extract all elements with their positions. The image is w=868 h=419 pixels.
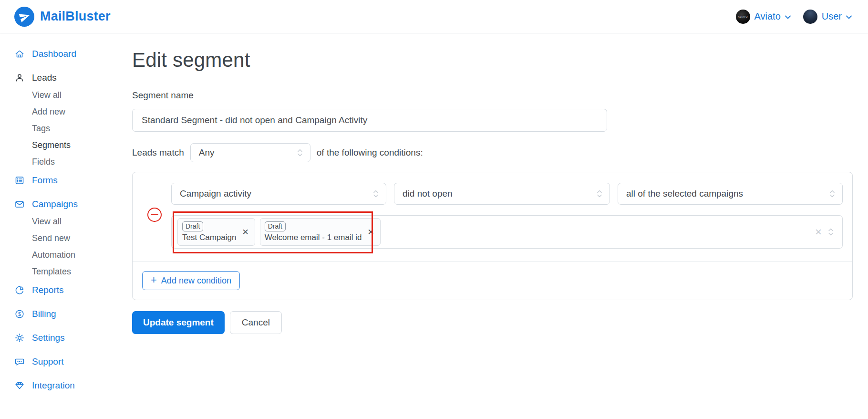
campaign-status-badge: Draft bbox=[182, 221, 203, 232]
user-menu[interactable]: User bbox=[803, 10, 852, 24]
sidebar-item-dashboard[interactable]: Dashboard bbox=[14, 48, 132, 60]
add-condition-button[interactable]: + Add new condition bbox=[142, 271, 240, 290]
sidebar-item-campaigns-view-all[interactable]: View all bbox=[32, 216, 132, 227]
plus-icon: + bbox=[151, 274, 157, 286]
sidebar-item-fields[interactable]: Fields bbox=[32, 156, 132, 168]
sidebar-item-forms[interactable]: Forms bbox=[14, 174, 132, 187]
envelope-icon bbox=[14, 199, 25, 210]
remove-chip-icon[interactable]: ✕ bbox=[366, 227, 375, 237]
sidebar-item-billing[interactable]: $ Billing bbox=[14, 308, 132, 320]
form-list-icon bbox=[14, 175, 25, 186]
condition-field-select[interactable]: Campaign activity bbox=[171, 183, 386, 205]
user-avatar bbox=[803, 10, 817, 24]
main-content: Edit segment Segment name Leads match An… bbox=[132, 33, 868, 334]
account-menu-label: Aviato bbox=[754, 11, 781, 22]
remove-chip-icon[interactable]: ✕ bbox=[241, 227, 249, 237]
selected-campaign-chip: Draft Test Campaign ✕ bbox=[177, 218, 255, 246]
match-type-select[interactable]: Any bbox=[190, 143, 310, 162]
select-updown-icon bbox=[829, 189, 836, 199]
conditions-card: Campaign activity did not open all of th… bbox=[132, 172, 853, 300]
clear-all-icon[interactable]: × bbox=[815, 226, 822, 238]
form-actions: Update segment Cancel bbox=[132, 311, 853, 334]
campaign-name: Welcome email - 1 email id bbox=[265, 233, 362, 242]
aviato-avatar: AVIATO bbox=[736, 10, 750, 24]
sidebar-item-reports[interactable]: Reports bbox=[14, 284, 132, 296]
minus-circle-icon bbox=[147, 207, 162, 222]
brand-name: MailBluster bbox=[40, 9, 111, 24]
sidebar-item-send-new[interactable]: Send new bbox=[32, 232, 132, 244]
account-menu[interactable]: AVIATO Aviato bbox=[736, 10, 791, 24]
sidebar-item-templates[interactable]: Templates bbox=[32, 266, 132, 277]
campaign-name: Test Campaign bbox=[182, 233, 236, 242]
selected-campaign-chip: Draft Welcome email - 1 email id ✕ bbox=[260, 218, 381, 246]
segment-name-input[interactable] bbox=[132, 109, 607, 132]
select-updown-icon bbox=[297, 147, 303, 158]
dropdown-updown-icon[interactable] bbox=[827, 227, 834, 237]
remove-condition-button[interactable] bbox=[147, 207, 162, 222]
campaigns-multiselect[interactable]: Draft Test Campaign ✕ Draft Welcome emai… bbox=[171, 215, 843, 249]
sidebar: Dashboard Leads View all Add new Tags Se… bbox=[0, 33, 132, 419]
gem-icon bbox=[14, 380, 25, 391]
sidebar-item-tags[interactable]: Tags bbox=[32, 123, 132, 134]
sidebar-item-settings[interactable]: Settings bbox=[14, 332, 132, 344]
select-updown-icon bbox=[596, 189, 603, 199]
sidebar-item-leads[interactable]: Leads bbox=[14, 72, 132, 84]
chat-bubble-icon bbox=[14, 356, 25, 367]
match-row: Leads match Any of the following conditi… bbox=[132, 143, 853, 162]
home-icon bbox=[14, 49, 25, 59]
gear-icon bbox=[14, 333, 25, 343]
conditions-card-footer: + Add new condition bbox=[133, 261, 852, 300]
select-updown-icon bbox=[372, 189, 379, 199]
chevron-down-icon bbox=[785, 15, 791, 19]
conditions-suffix-label: of the following conditions: bbox=[317, 147, 423, 158]
condition-operator-select[interactable]: did not open bbox=[394, 183, 610, 205]
user-menu-label: User bbox=[822, 11, 842, 22]
chevron-down-icon bbox=[846, 15, 852, 19]
sidebar-item-leads-view-all[interactable]: View all bbox=[32, 89, 132, 101]
pie-chart-icon bbox=[14, 285, 25, 295]
condition-selects-row: Campaign activity did not open all of th… bbox=[171, 183, 843, 205]
brand[interactable]: MailBluster bbox=[14, 7, 111, 27]
svg-text:$: $ bbox=[18, 311, 21, 317]
sidebar-item-automation[interactable]: Automation bbox=[32, 249, 132, 261]
sidebar-item-segments[interactable]: Segments bbox=[32, 139, 132, 151]
page-title: Edit segment bbox=[132, 49, 853, 72]
sidebar-item-campaigns[interactable]: Campaigns bbox=[14, 198, 132, 210]
sidebar-item-support[interactable]: Support bbox=[14, 356, 132, 368]
paper-plane-logo-icon bbox=[14, 7, 34, 27]
cancel-button[interactable]: Cancel bbox=[230, 311, 282, 334]
leads-match-label: Leads match bbox=[132, 147, 184, 158]
campaign-status-badge: Draft bbox=[265, 221, 286, 232]
dollar-circle-icon: $ bbox=[14, 309, 25, 319]
sidebar-item-integration[interactable]: Integration bbox=[14, 379, 132, 392]
update-segment-button[interactable]: Update segment bbox=[132, 311, 225, 334]
top-navbar: MailBluster AVIATO Aviato User bbox=[0, 0, 868, 33]
sidebar-item-leads-add-new[interactable]: Add new bbox=[32, 106, 132, 117]
condition-scope-select[interactable]: all of the selected campaigns bbox=[618, 183, 843, 205]
segment-name-label: Segment name bbox=[132, 90, 853, 101]
person-icon bbox=[14, 73, 25, 83]
